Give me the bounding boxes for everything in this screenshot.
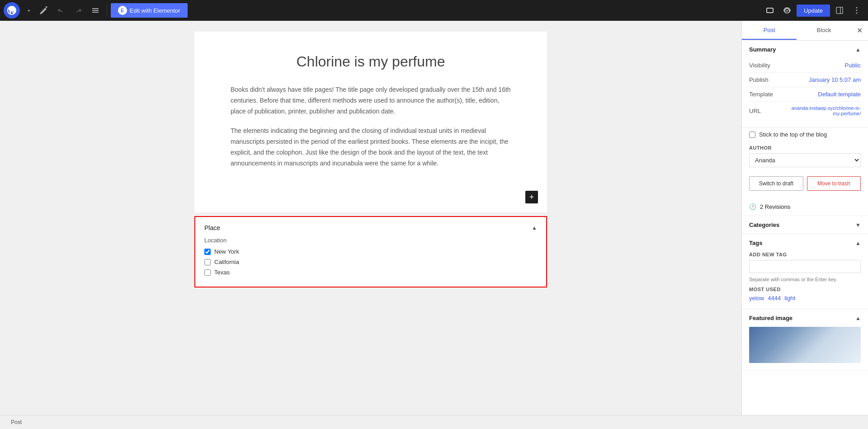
- wp-logo-icon: [7, 6, 16, 15]
- sidebar-toggle-icon: [835, 6, 844, 14]
- svg-rect-0: [767, 8, 773, 13]
- author-label: AUTHOR: [749, 145, 861, 151]
- post-title[interactable]: Chlorine is my perfume: [231, 53, 511, 70]
- clock-icon: 🕐: [749, 203, 756, 210]
- add-block-toolbar-button[interactable]: +: [24, 5, 34, 17]
- publish-value[interactable]: January 10 5:07 am: [809, 76, 861, 83]
- summary-section-content: Visibility Public Publish January 10 5:0…: [742, 58, 868, 127]
- author-select[interactable]: Ananda: [749, 153, 861, 167]
- tag-hint: Separate with commas or the Enter key.: [749, 277, 861, 282]
- list-view-icon: [91, 6, 99, 14]
- sidebar-close-button[interactable]: ✕: [851, 21, 868, 40]
- tag-4444[interactable]: 4444: [768, 295, 781, 302]
- most-used-tags: yelow 4444 light: [749, 295, 861, 302]
- list-view-button[interactable]: [88, 4, 103, 17]
- move-to-trash-button[interactable]: Move to trash: [807, 176, 861, 191]
- visibility-label: Visibility: [749, 62, 770, 69]
- texas-label[interactable]: Texas: [214, 269, 230, 276]
- update-button[interactable]: Update: [797, 5, 830, 17]
- toolbar: + E Edit with Elementor Update: [0, 0, 868, 21]
- featured-image-header[interactable]: Featured image ▲: [742, 309, 868, 327]
- url-label: URL: [749, 108, 761, 114]
- california-checkbox[interactable]: [204, 259, 211, 265]
- template-value[interactable]: Default template: [818, 91, 861, 98]
- svg-point-6: [856, 13, 858, 14]
- block-tab[interactable]: Block: [797, 21, 851, 40]
- new-york-checkbox[interactable]: [204, 249, 211, 255]
- california-label[interactable]: California: [214, 259, 239, 265]
- texas-checkbox-item: Texas: [204, 269, 537, 276]
- undo-button[interactable]: [53, 4, 69, 17]
- tags-chevron-icon: ▲: [855, 240, 861, 246]
- svg-point-4: [856, 7, 858, 9]
- revisions-row[interactable]: 🕐 2 Revisions: [742, 198, 868, 216]
- california-checkbox-item: California: [204, 259, 537, 265]
- view-post-button[interactable]: [779, 4, 795, 17]
- bottom-bar: Post: [0, 415, 868, 429]
- sidebar-header: Post Block ✕: [742, 21, 868, 41]
- svg-rect-2: [836, 7, 843, 14]
- place-section-toggle[interactable]: ▲: [532, 225, 537, 231]
- settings-sidebar-toggle[interactable]: [832, 4, 847, 17]
- place-section-title: Place: [204, 224, 220, 231]
- post-tab[interactable]: Post: [742, 21, 797, 40]
- place-section-header: Place ▲: [204, 224, 537, 231]
- sidebar: Post Block ✕ Summary ▲ Visibility Public…: [741, 21, 868, 415]
- stick-to-top-checkbox[interactable]: [749, 132, 755, 138]
- texas-checkbox[interactable]: [204, 269, 211, 276]
- categories-chevron-icon: ▼: [855, 222, 861, 228]
- tag-light[interactable]: light: [784, 295, 795, 302]
- summary-section: Summary ▲ Visibility Public Publish Janu…: [742, 41, 868, 127]
- featured-image-title: Featured image: [749, 315, 793, 321]
- summary-section-title: Summary: [749, 46, 776, 53]
- edit-with-elementor-label: Edit with Elementor: [130, 7, 180, 14]
- paragraph-1: Books didn't always have title pages! Th…: [231, 85, 511, 117]
- location-label: Location: [204, 237, 537, 244]
- more-options-button[interactable]: [849, 4, 864, 17]
- stick-to-top-label[interactable]: Stick to the top of the blog: [759, 131, 827, 138]
- svg-rect-1: [768, 9, 772, 12]
- preview-button[interactable]: [762, 4, 778, 17]
- preview-icon: [766, 6, 774, 14]
- template-label: Template: [749, 91, 773, 98]
- toolbar-separator: [107, 5, 107, 16]
- publish-row: Publish January 10 5:07 am: [749, 73, 861, 87]
- add-new-tag-input[interactable]: [749, 260, 861, 273]
- edit-button[interactable]: [36, 4, 52, 17]
- undo-icon: [57, 6, 65, 14]
- switch-to-draft-button[interactable]: Switch to draft: [749, 176, 803, 191]
- redo-button[interactable]: [71, 4, 86, 17]
- tags-title: Tags: [749, 240, 762, 246]
- stick-to-top-row: Stick to the top of the blog: [742, 127, 868, 141]
- view-post-icon: [783, 6, 791, 14]
- featured-image-thumbnail[interactable]: [749, 327, 861, 363]
- categories-title: Categories: [749, 222, 779, 228]
- edit-with-elementor-button[interactable]: E Edit with Elementor: [111, 3, 188, 18]
- summary-section-header[interactable]: Summary ▲: [742, 41, 868, 58]
- wordpress-logo: [4, 2, 20, 19]
- main-area: Chlorine is my perfume Books didn't alwa…: [0, 21, 868, 415]
- featured-image-chevron-icon: ▲: [855, 315, 861, 321]
- place-section: Place ▲ Location New York California Tex…: [194, 216, 547, 288]
- tags-content: ADD NEW TAG Separate with commas or the …: [742, 252, 868, 309]
- more-options-icon: [853, 6, 861, 14]
- visibility-value[interactable]: Public: [845, 62, 861, 69]
- url-value[interactable]: ananda.instawp.xyz/chlorine-is-my-perfum…: [788, 105, 861, 116]
- summary-toggle-icon: ▲: [855, 47, 861, 53]
- categories-header[interactable]: Categories ▼: [742, 216, 868, 234]
- svg-point-5: [856, 10, 858, 11]
- tag-yelow[interactable]: yelow: [749, 295, 764, 302]
- add-block-button[interactable]: +: [525, 191, 538, 203]
- most-used-label: MOST USED: [749, 287, 861, 292]
- tags-header[interactable]: Tags ▲: [742, 234, 868, 252]
- new-york-label[interactable]: New York: [214, 248, 239, 255]
- revisions-count: 2 Revisions: [760, 203, 790, 210]
- publish-label: Publish: [749, 76, 769, 83]
- author-section: AUTHOR Ananda: [742, 141, 868, 173]
- new-york-checkbox-item: New York: [204, 248, 537, 255]
- featured-image-content: [742, 327, 868, 370]
- editor-content: Chlorine is my perfume Books didn't alwa…: [194, 32, 547, 212]
- categories-section: Categories ▼: [742, 216, 868, 234]
- elementor-logo: E: [118, 6, 127, 15]
- post-type-label: Post: [11, 419, 22, 425]
